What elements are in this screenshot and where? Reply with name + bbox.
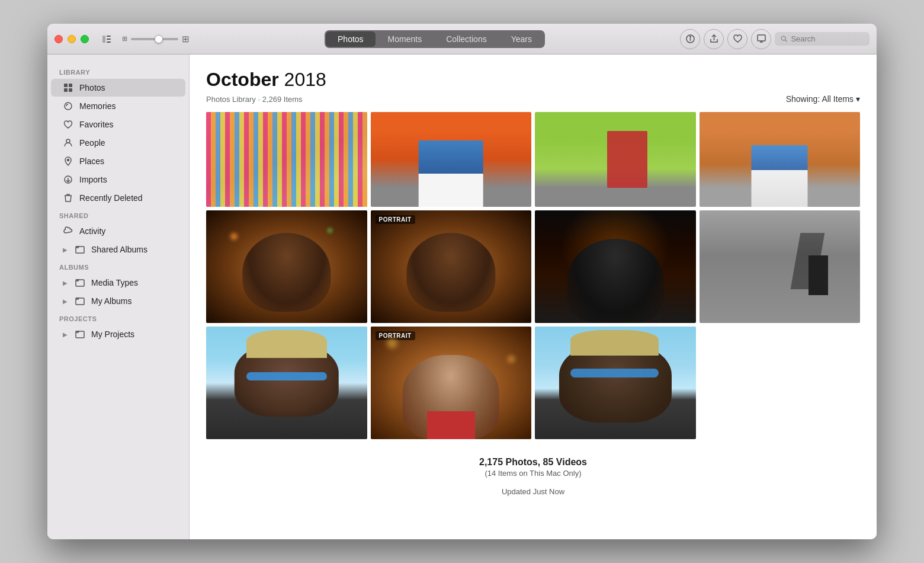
maximize-button[interactable] — [81, 35, 89, 43]
slideshow-button[interactable] — [751, 29, 771, 49]
svg-rect-7 — [758, 35, 765, 41]
sidebar-item-places[interactable]: Places — [51, 152, 185, 170]
photo-row-2: PORTRAIT — [206, 210, 860, 323]
folder-projects-icon — [75, 329, 85, 340]
svg-rect-0 — [102, 36, 105, 43]
photo-cell-10[interactable]: PORTRAIT — [371, 327, 532, 439]
photo-row-1 — [206, 112, 860, 207]
sidebar-item-imports[interactable]: Imports — [51, 171, 185, 188]
svg-point-10 — [781, 36, 785, 40]
svg-point-17 — [66, 139, 70, 143]
sidebar-item-activity[interactable]: Activity — [51, 222, 185, 240]
info-icon — [686, 34, 695, 43]
share-icon — [710, 34, 718, 43]
shared-section-label: Shared — [47, 207, 189, 222]
content-title: October 2018 — [206, 69, 860, 91]
sidebar-memories-label: Memories — [79, 101, 116, 111]
sidebar-item-my-albums[interactable]: ▶ My Albums — [51, 292, 185, 310]
sidebar-toggle-button[interactable] — [98, 31, 115, 47]
sidebar-item-media-types[interactable]: ▶ Media Types — [51, 274, 185, 292]
sidebar-item-shared-albums[interactable]: ▶ Shared Albums — [51, 241, 185, 258]
titlebar: ⊞ ⊞ Photos Moments Collections Years — [47, 24, 877, 55]
svg-rect-14 — [64, 88, 68, 92]
sidebar-item-memories[interactable]: Memories — [51, 97, 185, 115]
sidebar-shared-albums-label: Shared Albums — [91, 245, 147, 254]
favorite-button[interactable] — [727, 29, 747, 49]
main-content: Library Photos — [47, 55, 877, 539]
tab-years[interactable]: Years — [499, 31, 544, 47]
sidebar-activity-label: Activity — [79, 226, 105, 236]
svg-rect-12 — [64, 84, 68, 87]
folder-media-icon — [75, 277, 85, 288]
footer-sub-text: (14 Items on This Mac Only) — [206, 469, 860, 478]
share-button[interactable] — [704, 29, 724, 49]
sidebar: Library Photos — [47, 55, 190, 539]
photo-cell-9[interactable] — [206, 327, 367, 439]
sidebar-media-types-label: Media Types — [91, 278, 138, 287]
person-icon — [63, 137, 73, 148]
import-icon — [63, 174, 73, 185]
view-tabs: Photos Moments Collections Years — [325, 30, 545, 48]
pin-icon — [63, 156, 73, 167]
slideshow-icon — [757, 34, 766, 43]
showing-filter[interactable]: Showing: All Items ▾ — [786, 94, 860, 104]
photo-cell-2[interactable] — [371, 112, 532, 207]
item-count: 2,269 Items — [262, 95, 303, 104]
search-input[interactable] — [791, 34, 864, 43]
traffic-lights — [54, 35, 89, 43]
arrow-media-icon: ▶ — [63, 280, 68, 286]
sidebar-item-recently-deleted[interactable]: Recently Deleted — [51, 189, 185, 207]
grid-icon — [63, 82, 73, 93]
photo-cell-4[interactable] — [700, 112, 861, 207]
photo-cell-1[interactable] — [206, 112, 367, 207]
grid-large-icon: ⊞ — [182, 34, 190, 44]
library-name: Photos Library — [206, 95, 256, 104]
sidebar-item-photos[interactable]: Photos — [51, 79, 185, 97]
separator: · — [258, 95, 262, 104]
library-section-label: Library — [47, 64, 189, 78]
sidebar-item-favorites[interactable]: Favorites — [51, 116, 185, 133]
sidebar-icon — [102, 34, 111, 44]
search-box[interactable] — [775, 32, 870, 46]
grid-small-icon: ⊞ — [122, 35, 127, 43]
content-month: October — [206, 69, 279, 90]
content-area: October 2018 Photos Library · 2,269 Item… — [190, 55, 877, 539]
folder-albums-icon — [75, 296, 85, 306]
sidebar-people-label: People — [79, 138, 105, 148]
zoom-slider[interactable] — [131, 38, 178, 40]
minimize-button[interactable] — [68, 35, 76, 43]
toolbar-right — [680, 29, 870, 49]
sidebar-item-my-projects[interactable]: ▶ My Projects — [51, 325, 185, 343]
arrow-projects-icon: ▶ — [63, 331, 68, 338]
photos-window: ⊞ ⊞ Photos Moments Collections Years — [47, 24, 877, 539]
sidebar-places-label: Places — [79, 156, 104, 166]
svg-rect-13 — [69, 84, 72, 87]
zoom-slider-thumb[interactable] — [155, 35, 163, 43]
photo-cell-6[interactable]: PORTRAIT — [371, 210, 532, 323]
photo-cell-5[interactable] — [206, 210, 367, 323]
footer-updated-text: Updated Just Now — [206, 487, 860, 496]
trash-icon — [63, 193, 73, 203]
content-header: October 2018 Photos Library · 2,269 Item… — [206, 69, 860, 104]
tab-moments[interactable]: Moments — [376, 31, 434, 47]
sidebar-item-people[interactable]: People — [51, 134, 185, 152]
tab-photos[interactable]: Photos — [326, 31, 376, 47]
sidebar-imports-label: Imports — [79, 175, 107, 184]
titlebar-controls — [98, 31, 115, 47]
photo-cell-8[interactable] — [700, 210, 861, 323]
folder-shared-icon — [75, 244, 85, 255]
sidebar-photos-label: Photos — [79, 83, 105, 92]
info-button[interactable] — [680, 29, 700, 49]
close-button[interactable] — [54, 35, 63, 43]
svg-point-18 — [68, 159, 69, 161]
photo-cell-3[interactable] — [535, 112, 696, 207]
showing-label: Showing: — [786, 94, 820, 104]
svg-rect-15 — [69, 88, 72, 92]
tab-collections[interactable]: Collections — [434, 31, 498, 47]
photo-cell-11[interactable] — [535, 327, 696, 439]
projects-section-label: Projects — [47, 311, 189, 325]
photo-cell-7[interactable] — [535, 210, 696, 323]
sidebar-my-projects-label: My Projects — [91, 330, 134, 339]
cloud-icon — [63, 226, 73, 236]
sidebar-deleted-label: Recently Deleted — [79, 193, 143, 203]
